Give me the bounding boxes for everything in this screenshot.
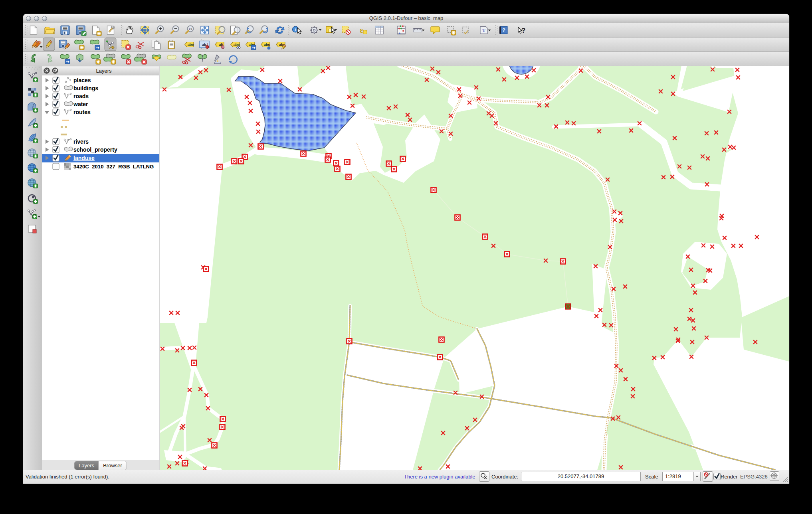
svg-text:water: water [73,101,88,107]
svg-text:1:1: 1:1 [188,28,192,30]
svg-text:ε: ε [360,25,363,35]
svg-text:roads: roads [73,93,89,99]
svg-text:buildings: buildings [73,85,98,91]
svg-text:landuse: landuse [73,155,95,161]
svg-text:abc: abc [264,43,270,47]
svg-text:abc: abc [188,43,194,47]
svg-text:routes: routes [73,109,91,115]
svg-text:?: ? [521,27,525,34]
svg-text:school_property: school_property [73,146,117,153]
svg-text:?: ? [502,27,505,33]
svg-text:ab: ab [202,43,206,47]
svg-text:i: i [295,27,296,32]
svg-text:rivers: rivers [73,138,89,145]
svg-text:places: places [73,77,91,83]
svg-text:T: T [482,28,485,33]
svg-text:3420C_2010_327_RGB_LATLNG: 3420C_2010_327_RGB_LATLNG [73,164,154,170]
